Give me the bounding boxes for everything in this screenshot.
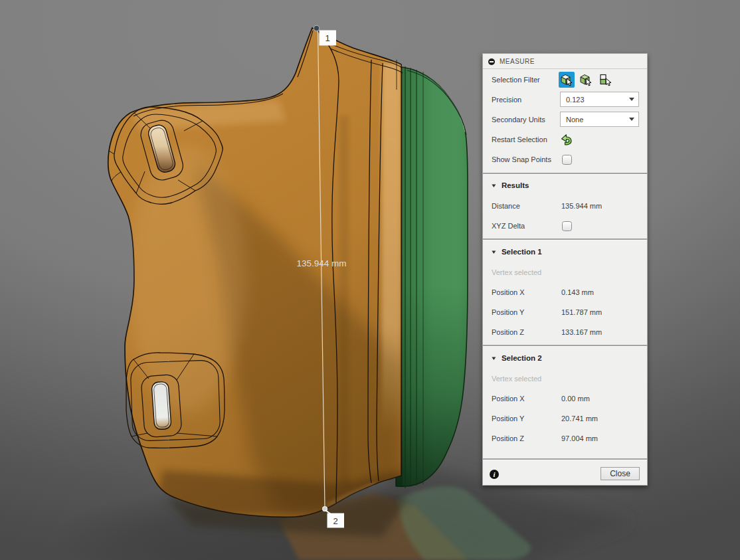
svg-text:2: 2: [333, 516, 337, 526]
svg-text:1: 1: [325, 33, 329, 43]
svg-text:135.944 mm: 135.944 mm: [296, 258, 346, 268]
